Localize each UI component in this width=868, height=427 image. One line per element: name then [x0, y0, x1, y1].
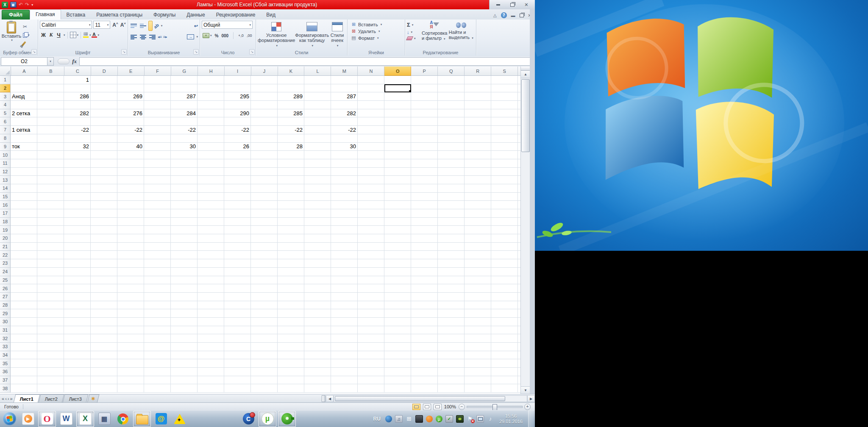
cell-C36[interactable] — [64, 368, 91, 376]
cell-D34[interactable] — [91, 351, 117, 360]
cell-A34[interactable] — [11, 351, 37, 360]
row-header-2[interactable]: 2 — [0, 84, 11, 93]
cell-L26[interactable] — [304, 284, 331, 293]
tab-file[interactable]: Файл — [2, 10, 30, 19]
cell-Q35[interactable] — [438, 359, 465, 368]
cell-S28[interactable] — [491, 301, 518, 310]
cell-H19[interactable] — [198, 226, 224, 234]
cell-C28[interactable] — [64, 301, 91, 310]
cell-I24[interactable] — [224, 268, 251, 276]
cell-G16[interactable] — [171, 201, 198, 209]
merge-center-button[interactable]: ↔ — [187, 34, 194, 39]
cell-H25[interactable] — [198, 276, 224, 285]
cell-P1[interactable] — [411, 76, 438, 84]
cell-M19[interactable] — [331, 226, 358, 234]
cell-O38[interactable] — [384, 384, 411, 393]
cell-N15[interactable] — [358, 193, 384, 201]
cell-S8[interactable] — [491, 134, 518, 143]
cell-A13[interactable] — [11, 176, 37, 184]
shrink-font-button[interactable]: A˅ — [120, 22, 126, 28]
cell-C12[interactable] — [64, 168, 91, 176]
cell-P13[interactable] — [411, 176, 438, 184]
cell-J33[interactable] — [251, 343, 278, 351]
cell-N10[interactable] — [358, 151, 384, 159]
number-dialog-launcher[interactable]: ↘ — [249, 49, 255, 55]
cell-I12[interactable] — [224, 168, 251, 176]
cell-P36[interactable] — [411, 368, 438, 376]
cell-Q28[interactable] — [438, 301, 465, 310]
cell-C1[interactable]: 1 — [64, 76, 91, 84]
cell-E12[interactable] — [117, 168, 144, 176]
cell-A5[interactable]: 2 сетка — [11, 109, 37, 118]
cell-G28[interactable] — [171, 301, 198, 310]
align-top-button[interactable] — [131, 24, 137, 28]
cell-L12[interactable] — [304, 168, 331, 176]
cell-O36[interactable] — [384, 368, 411, 376]
cell-G18[interactable] — [171, 218, 198, 226]
cell-S17[interactable] — [491, 209, 518, 218]
cell-M34[interactable] — [331, 351, 358, 360]
cell-G14[interactable] — [171, 184, 198, 193]
formula-input[interactable] — [79, 57, 534, 66]
cell-A37[interactable] — [11, 376, 37, 385]
cell-L15[interactable] — [304, 193, 331, 201]
cell-M17[interactable] — [331, 209, 358, 218]
cell-E2[interactable] — [117, 84, 144, 93]
cell-J38[interactable] — [251, 384, 278, 393]
cell-B36[interactable] — [37, 368, 64, 376]
cell-O27[interactable] — [384, 293, 411, 301]
cell-O26[interactable] — [384, 284, 411, 293]
cell-M16[interactable] — [331, 201, 358, 209]
cell-K9[interactable]: 28 — [278, 143, 304, 151]
cell-E9[interactable]: 40 — [117, 143, 144, 151]
cell-E21[interactable] — [117, 243, 144, 251]
cell-H10[interactable] — [198, 151, 224, 159]
cell-J25[interactable] — [251, 276, 278, 285]
cell-M29[interactable] — [331, 309, 358, 318]
cell-S33[interactable] — [491, 343, 518, 351]
cell-I23[interactable] — [224, 259, 251, 268]
cell-K27[interactable] — [278, 293, 304, 301]
cell-P14[interactable] — [411, 184, 438, 193]
cell-D22[interactable] — [91, 251, 117, 259]
cell-Q10[interactable] — [438, 151, 465, 159]
cell-D13[interactable] — [91, 176, 117, 184]
cell-D28[interactable] — [91, 301, 117, 310]
cell-D29[interactable] — [91, 309, 117, 318]
row-header-32[interactable]: 32 — [0, 334, 11, 343]
cell-B22[interactable] — [37, 251, 64, 259]
cell-R37[interactable] — [465, 376, 491, 385]
cell-O4[interactable] — [384, 101, 411, 109]
cell-F30[interactable] — [144, 318, 171, 326]
cell-Q30[interactable] — [438, 318, 465, 326]
cell-I17[interactable] — [224, 209, 251, 218]
cell-Q7[interactable] — [438, 126, 465, 134]
cell-E6[interactable] — [117, 117, 144, 126]
cell-K23[interactable] — [278, 259, 304, 268]
cell-K13[interactable] — [278, 176, 304, 184]
java-update-tray-icon[interactable] — [426, 416, 433, 422]
cell-J20[interactable] — [251, 234, 278, 243]
cell-J4[interactable] — [251, 101, 278, 109]
cell-R8[interactable] — [465, 134, 491, 143]
cell-P31[interactable] — [411, 326, 438, 335]
cell-E27[interactable] — [117, 293, 144, 301]
cell-A17[interactable] — [11, 209, 37, 218]
cell-K4[interactable] — [278, 101, 304, 109]
cell-H12[interactable] — [198, 168, 224, 176]
cell-O30[interactable] — [384, 318, 411, 326]
cell-Q20[interactable] — [438, 234, 465, 243]
cell-A14[interactable] — [11, 184, 37, 193]
currency-format-button[interactable]: ¤ — [203, 33, 209, 38]
cell-C7[interactable]: -22 — [64, 126, 91, 134]
cell-P5[interactable] — [411, 109, 438, 118]
action-center-tray-icon[interactable]: ⚑ — [467, 416, 473, 422]
select-all-corner[interactable] — [0, 67, 11, 76]
cell-R21[interactable] — [465, 243, 491, 251]
cell-F35[interactable] — [144, 359, 171, 368]
cell-I22[interactable] — [224, 251, 251, 259]
cell-E15[interactable] — [117, 193, 144, 201]
green-utility-taskbar-button[interactable] — [278, 411, 296, 427]
cell-A16[interactable] — [11, 201, 37, 209]
cell-C8[interactable] — [64, 134, 91, 143]
